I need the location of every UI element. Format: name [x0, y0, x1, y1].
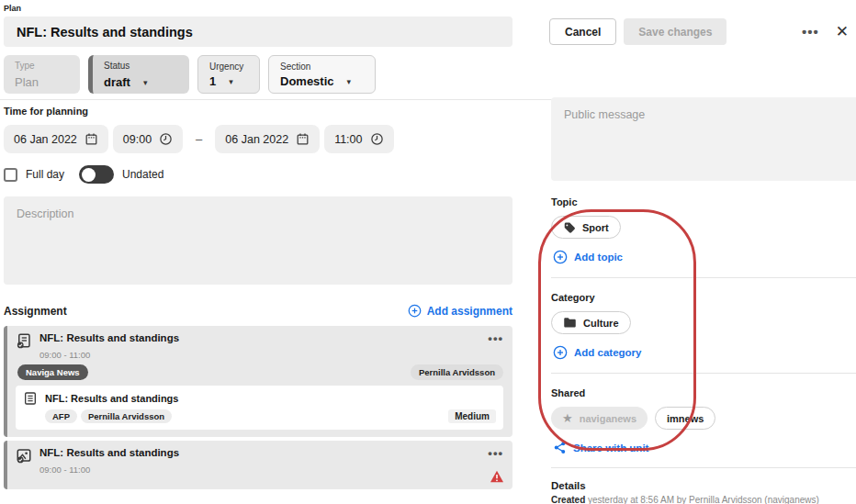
save-changes-button[interactable]: Save changes: [624, 18, 726, 45]
undated-label: Undated: [122, 168, 163, 181]
created-value: yesterday at 8:56 AM by Pernilla Arvidss…: [585, 495, 819, 504]
full-day-checkbox[interactable]: [4, 168, 17, 182]
plus-circle-icon: [553, 345, 568, 360]
category-section-label: Category: [551, 292, 856, 303]
details-label: Details: [551, 480, 856, 491]
urgency-value: 1: [209, 74, 216, 88]
shared-unit-pill-imnews[interactable]: imnews: [655, 407, 715, 430]
topic-pill[interactable]: Sport: [551, 216, 621, 239]
shared-unit-pill-naviganews: ★ naviganews: [551, 407, 648, 430]
more-options-icon[interactable]: •••: [798, 22, 823, 41]
section-divider: [551, 467, 856, 468]
calendar-icon: [84, 132, 98, 146]
add-topic-button[interactable]: Add topic: [553, 250, 856, 264]
urgency-dropdown[interactable]: Urgency 1 ▾: [197, 55, 260, 94]
start-time-value: 09:00: [123, 133, 152, 146]
toggle-knob: [82, 168, 96, 182]
section-divider: [551, 373, 856, 374]
plus-circle-icon: [553, 250, 568, 264]
priority-badge: Medium: [448, 409, 496, 423]
topic-pill-label: Sport: [582, 222, 609, 233]
status-label: Status: [104, 61, 180, 71]
close-icon[interactable]: ✕: [836, 22, 849, 41]
section-dropdown[interactable]: Section Domestic ▾: [268, 55, 376, 94]
right-column: Topic Sport Add topic: [551, 97, 856, 504]
header: Plan Cancel Save changes ••• ✕ Type Plan…: [0, 0, 856, 94]
public-message-input[interactable]: [551, 97, 856, 181]
assignment-more-icon[interactable]: •••: [488, 331, 503, 345]
plus-circle-icon: [408, 304, 422, 318]
chevron-down-icon: ▾: [143, 78, 148, 87]
warning-icon[interactable]: [490, 470, 504, 485]
add-category-button[interactable]: Add category: [553, 345, 856, 360]
assignment-section-label: Assignment: [4, 305, 67, 318]
full-day-label: Full day: [26, 168, 64, 181]
assignee-badge: Pernilla Arvidsson: [411, 364, 503, 380]
created-line: Created yesterday at 8:56 AM by Pernilla…: [551, 495, 856, 504]
shared-unit-label: imnews: [667, 413, 704, 424]
deliverable-card[interactable]: NFL: Results and standings AFP Pernilla …: [16, 386, 503, 430]
end-date-value: 06 Jan 2022: [225, 133, 288, 146]
assignment-card[interactable]: NFL: Results and standings ••• 09:00 - 1…: [4, 441, 512, 489]
share-icon: [553, 441, 567, 454]
meta-dropdown-row: Type Plan Status draft ▾ Urgency 1 ▾ Sec…: [4, 55, 856, 94]
chevron-down-icon: ▾: [347, 77, 352, 86]
photo-assignment-icon: [16, 447, 32, 464]
undated-toggle[interactable]: [79, 165, 114, 184]
type-label: Type: [15, 61, 71, 71]
time-row: 06 Jan 2022 09:00 – 06 Jan 2022: [4, 125, 512, 153]
assignment-time: 09:00 - 11:00: [39, 350, 503, 360]
assignment-more-icon[interactable]: •••: [488, 446, 503, 460]
date-range-separator: –: [196, 132, 202, 146]
details-section: Details Created yesterday at 8:56 AM by …: [551, 480, 856, 504]
category-pill[interactable]: Culture: [551, 311, 631, 334]
shared-unit-label: naviganews: [580, 413, 636, 424]
status-dropdown[interactable]: Status draft ▾: [88, 55, 189, 94]
newsroom-badge: Naviga News: [17, 364, 88, 380]
plan-editor-dialog: Plan Cancel Save changes ••• ✕ Type Plan…: [0, 0, 856, 504]
plan-type-label: Plan: [4, 4, 856, 13]
start-time-field[interactable]: 09:00: [113, 125, 183, 153]
clock-icon: [159, 132, 173, 146]
topic-section-label: Topic: [551, 196, 856, 207]
tag-icon: [563, 221, 576, 234]
status-value: draft: [104, 75, 130, 89]
shared-section-label: Shared: [551, 387, 856, 398]
plan-title-input[interactable]: [4, 17, 512, 47]
assignment-title: NFL: Results and standings: [39, 447, 179, 458]
chevron-down-icon: ▾: [229, 77, 233, 86]
section-divider: [551, 277, 856, 278]
share-with-unit-button[interactable]: Share with unit: [553, 441, 856, 454]
assignment-title: NFL: Results and standings: [39, 332, 179, 343]
calendar-icon: [296, 132, 310, 146]
end-time-field[interactable]: 11:00: [324, 125, 393, 153]
end-date-field[interactable]: 06 Jan 2022: [215, 125, 320, 153]
urgency-label: Urgency: [209, 62, 250, 72]
start-date-value: 06 Jan 2022: [14, 133, 77, 146]
time-section-label: Time for planning: [4, 106, 512, 117]
start-date-field[interactable]: 06 Jan 2022: [4, 125, 108, 153]
left-column: Time for planning 06 Jan 2022 09:00 – 0: [4, 106, 512, 504]
end-time-value: 11:00: [334, 133, 362, 146]
wire-tag: AFP: [45, 409, 77, 423]
clock-icon: [370, 132, 384, 146]
category-pill-label: Culture: [583, 318, 619, 329]
folder-icon: [563, 317, 577, 329]
fullday-row: Full day Undated: [4, 165, 512, 184]
type-value: Plan: [15, 75, 71, 89]
description-input[interactable]: [4, 196, 512, 285]
cancel-button[interactable]: Cancel: [549, 18, 616, 45]
article-icon: [23, 391, 38, 406]
section-value: Domestic: [280, 74, 334, 88]
assignment-time: 09:00 - 11:00: [39, 465, 503, 475]
section-label: Section: [280, 62, 366, 72]
text-assignment-icon: [16, 332, 32, 349]
author-tag: Pernilla Arvidsson: [81, 409, 172, 423]
deliverable-title: NFL: Results and standings: [45, 393, 178, 404]
add-assignment-button[interactable]: Add assignment: [408, 304, 512, 318]
assignment-card[interactable]: NFL: Results and standings ••• 09:00 - 1…: [4, 326, 512, 437]
type-dropdown: Type Plan: [4, 55, 80, 94]
star-icon: ★: [562, 411, 573, 425]
